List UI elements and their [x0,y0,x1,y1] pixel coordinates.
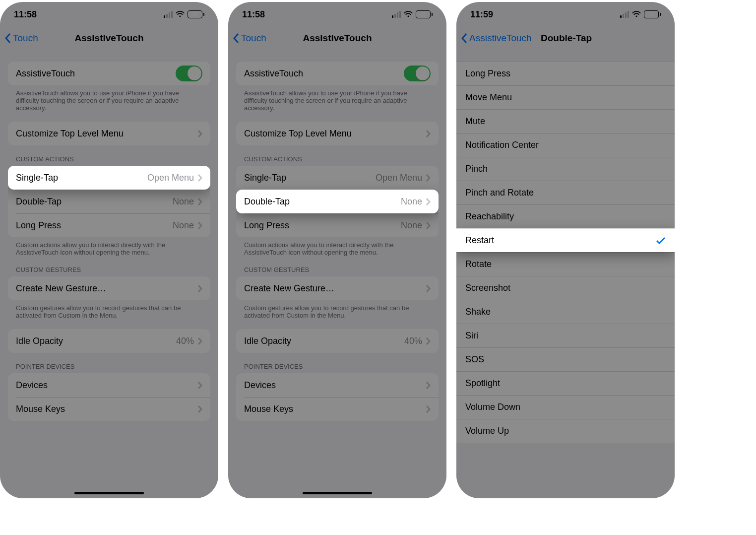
option-row[interactable]: Volume Up [456,419,675,443]
nav-bar: Touch AssistiveTouch [0,27,218,50]
custom-actions-footer: Custom actions allow you to interact dir… [8,237,210,256]
chevron-right-icon [198,337,202,345]
option-row[interactable]: Spotlight [456,371,675,395]
option-label: Volume Down [465,402,666,412]
chevron-right-icon [198,198,202,205]
option-label: Long Press [465,68,666,79]
option-label: Siri [465,331,666,341]
option-row[interactable]: Volume Down [456,395,675,419]
toggle-switch[interactable] [176,66,202,81]
status-bar: 11:58 72 [0,2,218,27]
assistivetouch-toggle-row[interactable]: AssistiveTouch [8,62,210,85]
option-row[interactable]: Move Menu [456,85,675,109]
single-tap-row[interactable]: Single-Tap Open Menu [8,166,210,190]
chevron-right-icon [198,382,202,389]
custom-actions-header: CUSTOM ACTIONS [8,155,210,166]
devices-row[interactable]: Devices [236,373,439,397]
option-label: Reachability [465,211,666,222]
create-new-gesture-row[interactable]: Create New Gesture… [236,276,439,300]
status-time: 11:58 [242,9,265,20]
battery-icon: 72 [416,10,433,18]
option-label: Restart [465,235,656,246]
single-tap-row[interactable]: Single-Tap Open Menu [236,166,439,190]
assistivetouch-toggle-row[interactable]: AssistiveTouch [236,62,439,85]
toggle-label: AssistiveTouch [16,68,176,79]
custom-gestures-header: CUSTOM GESTURES [8,266,210,276]
option-label: Notification Center [465,140,666,150]
page-title: Double-Tap [541,33,592,44]
home-indicator[interactable] [303,492,372,494]
chevron-left-icon [5,33,11,43]
chevron-right-icon [198,405,202,413]
idle-opacity-row[interactable]: Idle Opacity 40% [236,329,439,353]
long-press-row[interactable]: Long Press None [236,213,439,237]
option-label: Mute [465,116,666,127]
option-row[interactable]: Pinch and Rotate [456,181,675,204]
cellular-icon [620,11,629,18]
option-row[interactable]: Mute [456,109,675,133]
mouse-keys-row[interactable]: Mouse Keys [236,397,439,421]
phone-screen-2: 11:58 72 Touch AssistiveTouch [228,2,446,498]
option-row[interactable]: Restart [456,228,675,252]
svg-point-2 [636,15,637,17]
custom-gestures-footer: Custom gestures allow you to record gest… [236,300,439,319]
option-row[interactable]: Pinch [456,157,675,181]
option-label: Volume Up [465,426,666,436]
option-label: Pinch [465,164,666,174]
status-time: 11:59 [470,9,493,20]
option-row[interactable]: Reachability [456,204,675,228]
chevron-right-icon [426,174,431,182]
nav-bar: AssistiveTouch Double-Tap [456,27,675,50]
chevron-right-icon [198,222,202,229]
back-label: Touch [241,33,266,44]
double-tap-row[interactable]: Double-Tap None [236,190,439,213]
battery-level: 72 [648,12,654,17]
cellular-icon [164,11,173,18]
cellular-icon [392,11,401,18]
idle-opacity-row[interactable]: Idle Opacity 40% [8,329,210,353]
toggle-switch[interactable] [404,66,431,81]
option-label: Move Menu [465,92,666,103]
option-row[interactable]: Long Press [456,62,675,85]
option-row[interactable]: SOS [456,347,675,371]
back-button[interactable]: Touch [233,33,266,44]
status-bar: 11:58 72 [228,2,446,27]
back-label: AssistiveTouch [469,33,532,44]
toggle-footer: AssistiveTouch allows you to use your iP… [236,85,439,112]
nav-bar: Touch AssistiveTouch [228,27,446,50]
pointer-devices-header: POINTER DEVICES [8,363,210,373]
pointer-devices-header: POINTER DEVICES [236,363,439,373]
svg-point-0 [180,15,181,17]
back-button[interactable]: Touch [5,33,38,44]
phone-screen-1: 11:58 72 Touch AssistiveTouch [0,2,218,498]
option-row[interactable]: Rotate [456,252,675,276]
custom-gestures-header: CUSTOM GESTURES [236,266,439,276]
option-label: SOS [465,354,666,365]
custom-actions-header: CUSTOM ACTIONS [236,155,439,166]
chevron-right-icon [426,337,431,345]
check-icon [656,237,666,245]
double-tap-row[interactable]: Double-Tap None [8,190,210,213]
mouse-keys-row[interactable]: Mouse Keys [8,397,210,421]
option-label: Spotlight [465,378,666,389]
chevron-right-icon [426,405,431,413]
chevron-right-icon [426,285,431,292]
create-new-gesture-row[interactable]: Create New Gesture… [8,276,210,300]
option-label: Shake [465,307,666,317]
option-row[interactable]: Shake [456,300,675,324]
option-row[interactable]: Siri [456,324,675,347]
devices-row[interactable]: Devices [8,373,210,397]
option-label: Screenshot [465,283,666,293]
back-button[interactable]: AssistiveTouch [461,33,532,44]
chevron-left-icon [461,33,467,43]
status-bar: 11:59 72 [456,2,675,27]
option-row[interactable]: Notification Center [456,133,675,157]
customize-top-level-menu-row[interactable]: Customize Top Level Menu [236,122,439,145]
custom-actions-footer: Custom actions allow you to interact dir… [236,237,439,256]
customize-top-level-menu-row[interactable]: Customize Top Level Menu [8,122,210,145]
long-press-row[interactable]: Long Press None [8,213,210,237]
chevron-right-icon [426,222,431,229]
option-row[interactable]: Screenshot [456,276,675,300]
home-indicator[interactable] [74,492,144,494]
toggle-label: AssistiveTouch [244,68,404,79]
